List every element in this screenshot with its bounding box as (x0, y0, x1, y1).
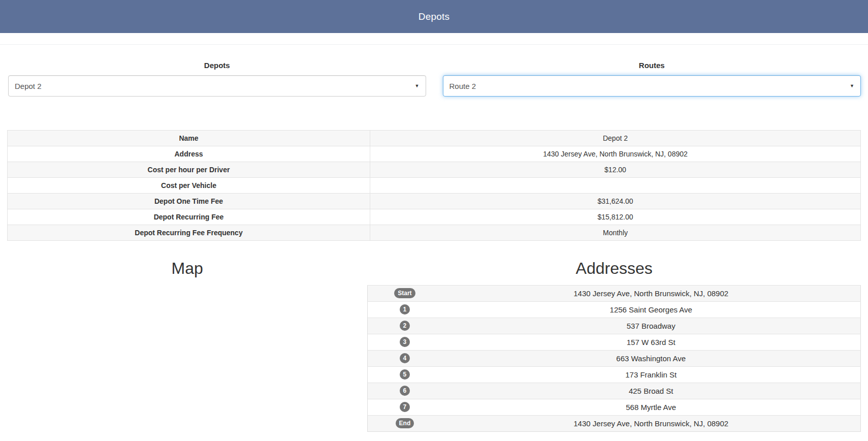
depot-details-table: Name Depot 2 Address 1430 Jersey Ave, No… (7, 130, 861, 241)
address-row: 7 568 Myrtle Ave (368, 399, 861, 415)
table-row: Cost per Vehicle (8, 178, 861, 194)
stop-badge-7: 7 (400, 402, 410, 412)
detail-label: Depot One Time Fee (8, 194, 370, 209)
address-row: 2 537 Broadway (368, 318, 861, 334)
address-row: Start 1430 Jersey Ave, North Brunswick, … (368, 285, 861, 301)
table-row: Depot One Time Fee $31,624.00 (8, 194, 861, 209)
detail-value: $31,624.00 (370, 194, 861, 209)
detail-value: Monthly (370, 225, 861, 241)
detail-value: $15,812.00 (370, 209, 861, 225)
addresses-title: Addresses (367, 259, 861, 278)
page-title: Depots (419, 11, 449, 22)
table-row: Depot Recurring Fee $15,812.00 (8, 209, 861, 225)
address-text: 537 Broadway (441, 318, 860, 334)
stop-badge-5: 5 (400, 369, 410, 380)
stop-badge-1: 1 (400, 304, 410, 314)
depots-select-label: Depots (8, 61, 426, 70)
detail-value: 1430 Jersey Ave, North Brunswick, NJ, 08… (370, 146, 861, 162)
routes-select[interactable]: Route 2 (443, 75, 861, 97)
address-text: 568 Myrtle Ave (441, 399, 860, 415)
address-row: 6 425 Broad St (368, 383, 861, 399)
stop-badge-4: 4 (400, 353, 410, 363)
routes-filter: Routes Route 2 ▼ (434, 61, 861, 97)
address-row: 1 1256 Saint Georges Ave (368, 301, 861, 318)
table-row: Depot Recurring Fee Frequency Monthly (8, 225, 861, 241)
detail-label: Depot Recurring Fee Frequency (8, 225, 370, 241)
addresses-table: Start 1430 Jersey Ave, North Brunswick, … (367, 285, 861, 432)
detail-label: Name (8, 131, 370, 146)
address-text: 157 W 63rd St (441, 334, 860, 350)
address-text: 1256 Saint Georges Ave (441, 301, 860, 318)
address-text: 1430 Jersey Ave, North Brunswick, NJ, 08… (441, 285, 860, 301)
detail-label: Depot Recurring Fee (8, 209, 370, 225)
stop-badge-3: 3 (400, 337, 410, 347)
address-text: 663 Washington Ave (441, 350, 860, 366)
detail-value: Depot 2 (370, 131, 861, 146)
navbar: Depots (0, 0, 868, 33)
table-row: Name Depot 2 (8, 131, 861, 146)
detail-label: Address (8, 146, 370, 162)
depots-filter: Depots Depot 2 ▼ (7, 61, 434, 97)
table-row: Cost per hour per Driver $12.00 (8, 162, 861, 178)
address-text: 1430 Jersey Ave, North Brunswick, NJ, 08… (441, 415, 860, 431)
header-divider (0, 44, 868, 45)
detail-label: Cost per hour per Driver (8, 162, 370, 178)
map-area (7, 285, 367, 407)
stop-badge-end: End (396, 418, 414, 428)
address-text: 425 Broad St (441, 383, 860, 399)
address-row: 3 157 W 63rd St (368, 334, 861, 350)
address-row: 5 173 Franklin St (368, 366, 861, 383)
addresses-column: Addresses Start 1430 Jersey Ave, North B… (367, 241, 861, 432)
depots-select[interactable]: Depot 2 (8, 75, 426, 97)
stop-badge-start: Start (394, 288, 415, 298)
map-column: Map (7, 241, 367, 432)
address-row: 4 663 Washington Ave (368, 350, 861, 366)
bottom-section: Map Addresses Start 1430 Jersey Ave, Nor… (7, 241, 861, 432)
stop-badge-6: 6 (400, 386, 410, 396)
detail-value (370, 178, 861, 194)
stop-badge-2: 2 (400, 321, 410, 331)
detail-label: Cost per Vehicle (8, 178, 370, 194)
address-row: End 1430 Jersey Ave, North Brunswick, NJ… (368, 415, 861, 431)
address-text: 173 Franklin St (441, 366, 860, 383)
detail-value: $12.00 (370, 162, 861, 178)
routes-select-label: Routes (443, 61, 861, 70)
map-title: Map (7, 259, 367, 278)
filters-row: Depots Depot 2 ▼ Routes Route 2 ▼ (7, 61, 861, 97)
table-row: Address 1430 Jersey Ave, North Brunswick… (8, 146, 861, 162)
